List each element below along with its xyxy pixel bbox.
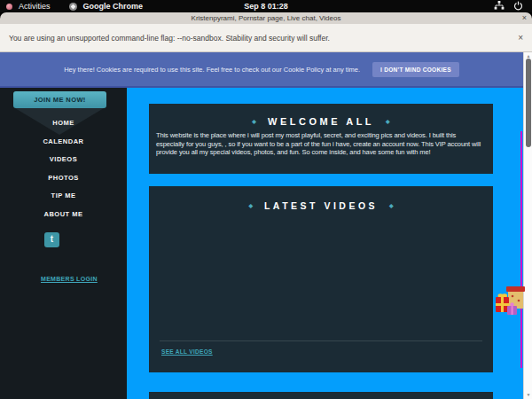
cookie-message: Hey there! Cookies are required to use t…	[64, 66, 360, 74]
screen: Activities Google Chrome Sep 8 01:28	[0, 0, 532, 399]
power-icon[interactable]	[513, 1, 523, 12]
warning-text: You are using an unsupported command-lin…	[0, 34, 330, 43]
next-section-panel	[149, 392, 493, 399]
sidebar-nav: HOME CALENDAR VIDEOS PHOTOS TIP ME ABOUT…	[0, 114, 127, 223]
welcome-panel: ◆ WELCOME ALL ◆ This website is the plac…	[149, 104, 493, 174]
sidebar-item-calendar[interactable]: CALENDAR	[0, 133, 127, 152]
gift-boxes-icon[interactable]	[495, 283, 525, 318]
scroll-down-arrow-icon[interactable]: ▼	[524, 392, 532, 398]
accept-cookies-button[interactable]: I DON'T MIND COOKIES	[372, 62, 459, 77]
page-edge-line	[520, 131, 522, 368]
diamond-icon: ◆	[386, 119, 390, 124]
diamond-icon: ◆	[248, 203, 253, 208]
network-icon[interactable]	[494, 1, 505, 12]
sidebar-item-tipme[interactable]: TIP ME	[0, 187, 127, 206]
sidebar-item-home[interactable]: HOME	[0, 114, 127, 133]
gnome-topbar: Activities Google Chrome Sep 8 01:28	[0, 0, 532, 12]
page-content: JOIN ME NOW! HOME CALENDAR VIDEOS PHOTOS…	[0, 88, 532, 399]
sidebar-item-photos[interactable]: PHOTOS	[0, 169, 127, 188]
titlebar-close-icon[interactable]: ×	[522, 12, 527, 24]
diamond-icon: ◆	[389, 203, 394, 208]
webpage: Hey there! Cookies are required to use t…	[0, 52, 532, 399]
cookie-banner: Hey there! Cookies are required to use t…	[0, 52, 523, 88]
sidebar: JOIN ME NOW! HOME CALENDAR VIDEOS PHOTOS…	[0, 88, 127, 399]
join-now-button[interactable]: JOIN ME NOW!	[13, 91, 106, 108]
page-title: Kristenpyrami, Pornstar page, Live chat,…	[192, 14, 341, 22]
scrollbar-thumb[interactable]	[526, 59, 531, 147]
latest-videos-panel: ◆ LATEST VIDEOS ◆ SEE ALL VIDEOS	[149, 186, 493, 372]
page-scrollbar[interactable]: ▲ ▼	[523, 52, 532, 399]
sidebar-item-aboutme[interactable]: ABOUT ME	[0, 206, 127, 224]
see-all-videos-link[interactable]: SEE ALL VIDEOS	[161, 348, 213, 355]
browser-titlebar[interactable]: Kristenpyrami, Pornstar page, Live chat,…	[0, 12, 532, 24]
infobar-close-icon[interactable]: ×	[518, 33, 523, 43]
clock[interactable]: Sep 8 01:28	[0, 2, 532, 11]
members-login-link[interactable]: MEMBERS LOGIN	[41, 276, 98, 282]
flag-warning-bar: You are using an unsupported command-lin…	[0, 24, 532, 52]
latest-videos-title: ◆ LATEST VIDEOS ◆	[149, 186, 493, 211]
welcome-text: This website is the place where i will p…	[156, 131, 486, 157]
divider	[160, 340, 482, 341]
welcome-title: ◆ WELCOME ALL ◆	[149, 104, 493, 127]
tumblr-icon[interactable]: t	[44, 232, 59, 247]
system-status-area	[494, 1, 532, 12]
sidebar-item-videos[interactable]: VIDEOS	[0, 151, 127, 169]
diamond-icon: ◆	[252, 119, 256, 124]
